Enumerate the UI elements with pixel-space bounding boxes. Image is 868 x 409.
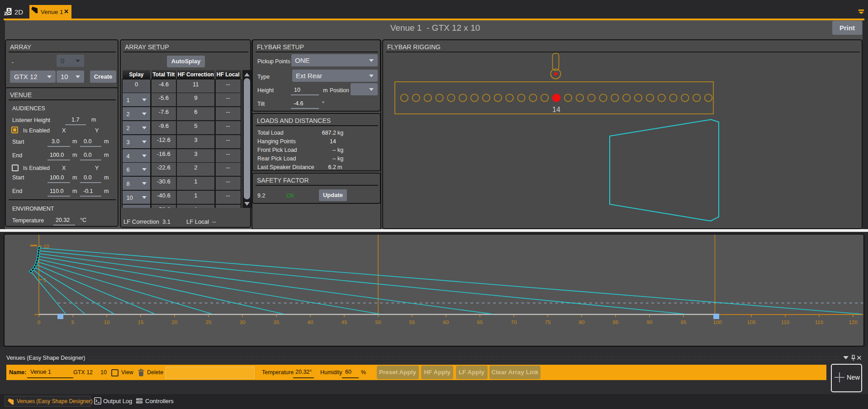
svg-text:75: 75	[545, 320, 551, 325]
svg-text:45: 45	[342, 320, 347, 325]
svg-text:120: 120	[849, 320, 857, 325]
svg-text:90: 90	[647, 320, 653, 325]
svg-text:14: 14	[552, 106, 560, 113]
svg-text:60: 60	[443, 320, 449, 325]
svg-text:35: 35	[274, 320, 280, 325]
svg-text:115: 115	[815, 320, 823, 325]
svg-text:25: 25	[206, 320, 212, 325]
svg-text:105: 105	[747, 320, 755, 325]
svg-text:50: 50	[375, 320, 381, 325]
svg-text:80: 80	[579, 320, 585, 325]
svg-text:0: 0	[38, 320, 40, 325]
svg-text:95: 95	[681, 320, 687, 325]
svg-text:10: 10	[104, 320, 110, 325]
svg-text:15: 15	[138, 320, 144, 325]
svg-text:5: 5	[71, 320, 74, 325]
svg-text:55: 55	[409, 320, 415, 325]
svg-text:40: 40	[308, 320, 313, 325]
svg-text:20: 20	[172, 320, 178, 325]
svg-text:30: 30	[240, 320, 246, 325]
svg-text:100: 100	[713, 320, 721, 325]
svg-text:110: 110	[781, 320, 789, 325]
svg-text:85: 85	[613, 320, 619, 325]
svg-text:65: 65	[477, 320, 483, 325]
svg-text:70: 70	[511, 320, 517, 325]
